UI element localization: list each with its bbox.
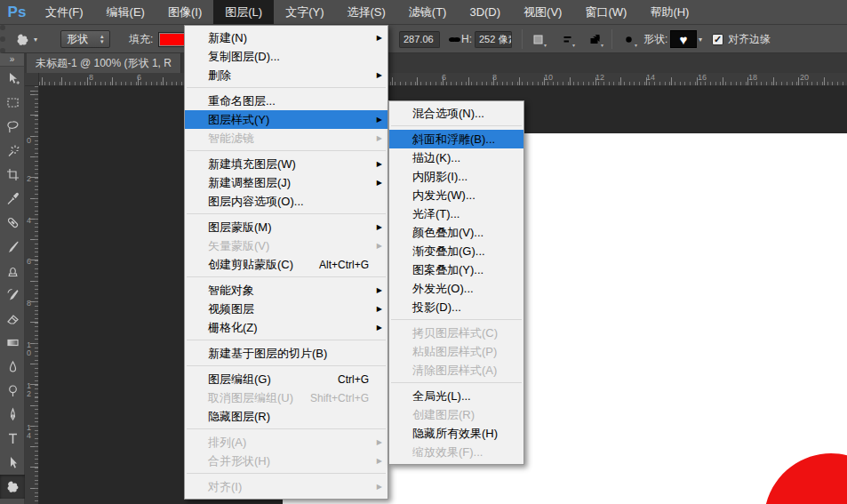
horizontal-ruler[interactable]: 8668101214161820 <box>39 73 847 86</box>
menu-item[interactable]: 栅格化(Z)▶ <box>185 318 388 337</box>
menu-item[interactable]: 智能对象▶ <box>185 281 388 300</box>
menu-item[interactable]: 重命名图层... <box>185 92 388 110</box>
menu-item[interactable]: 光泽(T)... <box>389 204 523 223</box>
menu-item[interactable]: 隐藏图层(R) <box>185 407 388 426</box>
menu-item[interactable]: 投影(D)... <box>389 298 523 316</box>
heart-shape[interactable] <box>763 450 847 504</box>
menu-item[interactable]: 图层编组(G)Ctrl+G <box>185 370 388 388</box>
menu-item[interactable]: 拷贝图层样式(C) <box>389 324 523 342</box>
vertical-ruler[interactable]: 02468101214 <box>25 86 39 504</box>
custom-shape-tool-icon <box>5 479 20 494</box>
menu-item[interactable]: 视频图层▶ <box>185 300 388 318</box>
brush-tool[interactable] <box>0 235 25 259</box>
crop-tool[interactable] <box>0 163 25 187</box>
ruler-origin-corner[interactable] <box>25 73 39 86</box>
menu-item[interactable]: 新建(N)▶ <box>185 28 388 47</box>
menu-item[interactable]: 新建基于图层的切片(B) <box>185 344 388 363</box>
ruler-label: 14 <box>27 424 33 439</box>
menu-item[interactable]: 内阴影(I)... <box>389 167 523 186</box>
width-input[interactable]: 287.06 <box>399 31 440 48</box>
submenu-arrow-icon: ▶ <box>371 286 382 294</box>
custom-shape-tool-preset-icon[interactable] <box>12 29 32 49</box>
height-label: H: <box>461 33 472 45</box>
menu-item[interactable]: 创建图层(R) <box>389 405 523 424</box>
menu-item[interactable]: 图层样式(Y)▶ <box>185 110 388 129</box>
menubar-item[interactable]: 文字(Y) <box>274 0 335 24</box>
lasso-tool-icon <box>5 119 20 134</box>
submenu-arrow-icon: ▶ <box>371 134 382 142</box>
collapse-panel-button[interactable]: » <box>0 53 24 67</box>
menubar-item[interactable]: 选择(S) <box>335 0 396 24</box>
tool-preset-dropdown-arrow[interactable]: ▾ <box>34 36 37 44</box>
custom-shape-tool[interactable] <box>0 475 25 499</box>
menu-item[interactable]: 缩放效果(F)... <box>389 443 523 461</box>
menu-item[interactable]: 排列(A)▶ <box>185 433 388 452</box>
shape-mode-select[interactable]: 形状 ▴▾ <box>60 30 110 48</box>
menubar-item[interactable]: 滤镜(T) <box>397 0 459 24</box>
history-brush-tool[interactable] <box>0 283 25 307</box>
align-edges-checkbox[interactable]: ✓ <box>712 34 723 45</box>
menu-item[interactable]: 创建剪贴蒙版(C)Alt+Ctrl+G <box>185 255 388 274</box>
menu-item[interactable]: 新建填充图层(W)▶ <box>185 155 388 173</box>
eyedropper-tool[interactable] <box>0 187 25 211</box>
clone-stamp-tool[interactable] <box>0 259 25 283</box>
shape-picker-dropdown-arrow[interactable]: ▾ <box>699 36 702 44</box>
menu-item[interactable]: 混合选项(N)... <box>389 104 523 123</box>
lasso-tool[interactable] <box>0 115 25 139</box>
shape-picker-label: 形状: <box>643 32 667 47</box>
gradient-tool[interactable] <box>0 331 25 355</box>
menu-item[interactable]: 合并形状(H)▶ <box>185 452 388 470</box>
move-tool[interactable] <box>0 67 25 91</box>
menubar-item[interactable]: 图层(L) <box>213 0 274 24</box>
menubar-item[interactable]: 文件(F) <box>34 0 95 24</box>
ruler-label: 6 <box>27 258 33 266</box>
blur-tool[interactable] <box>0 355 25 379</box>
menu-item[interactable]: 外发光(O)... <box>389 279 523 298</box>
menu-item[interactable]: 斜面和浮雕(B)... <box>389 130 523 148</box>
menubar-item[interactable]: 视图(V) <box>512 0 573 24</box>
menu-item[interactable]: 描边(K)... <box>389 148 523 167</box>
path-alignment-button[interactable]: ▾ <box>556 29 576 49</box>
document-tab[interactable]: 未标题-1 @ 100% (形状 1, R <box>27 53 181 73</box>
pen-tool[interactable] <box>0 403 25 427</box>
menu-separator <box>187 213 386 214</box>
menu-item[interactable]: 隐藏所有效果(H) <box>389 424 523 443</box>
menu-item[interactable]: 图案叠加(Y)... <box>389 260 523 279</box>
menu-item[interactable]: 全局光(L)... <box>389 387 523 405</box>
combo-arrows-icon: ▴▾ <box>100 34 104 44</box>
menu-item[interactable]: 粘贴图层样式(P) <box>389 342 523 361</box>
menu-item[interactable]: 矢量蒙版(V)▶ <box>185 236 388 255</box>
menu-item[interactable]: 图层内容选项(O)... <box>185 192 388 211</box>
link-icon <box>447 32 462 47</box>
type-tool[interactable] <box>0 427 25 451</box>
geometry-options-button[interactable]: ▾ <box>619 29 638 49</box>
path-operations-button[interactable]: ▾ <box>528 29 547 49</box>
menu-item[interactable]: 复制图层(D)... <box>185 47 388 66</box>
menu-item[interactable]: 对齐(I)▶ <box>185 477 388 496</box>
menu-item[interactable]: 删除▶ <box>185 66 388 84</box>
menu-item[interactable]: 清除图层样式(A) <box>389 361 523 380</box>
menu-item[interactable]: 新建调整图层(J)▶ <box>185 173 388 192</box>
dodge-tool[interactable] <box>0 379 25 403</box>
menubar-item[interactable]: 帮助(H) <box>638 0 700 24</box>
marquee-tool[interactable] <box>0 91 25 115</box>
menu-item[interactable]: 颜色叠加(V)... <box>389 223 523 242</box>
submenu-arrow-icon: ▶ <box>371 116 382 124</box>
height-input[interactable]: 252 像素 <box>475 31 512 48</box>
menubar-item[interactable]: 编辑(E) <box>95 0 156 24</box>
shape-preview[interactable]: ♥ <box>670 30 697 48</box>
menu-item[interactable]: 内发光(W)... <box>389 186 523 204</box>
menu-item[interactable]: 取消图层编组(U)Shift+Ctrl+G <box>185 388 388 407</box>
menubar-item[interactable]: 3D(D) <box>458 0 512 24</box>
menu-item[interactable]: 智能滤镜▶ <box>185 129 388 148</box>
menubar-item[interactable]: 图像(I) <box>156 0 213 24</box>
menu-item[interactable]: 图层蒙版(M)▶ <box>185 218 388 236</box>
eraser-tool[interactable] <box>0 307 25 331</box>
menubar: Ps 文件(F)编辑(E)图像(I)图层(L)文字(Y)选择(S)滤镜(T)3D… <box>0 0 847 25</box>
healing-brush-tool[interactable] <box>0 211 25 235</box>
path-arrangement-button[interactable]: ▾ <box>585 29 604 49</box>
magic-wand-tool[interactable] <box>0 139 25 163</box>
menubar-item[interactable]: 窗口(W) <box>573 0 638 24</box>
menu-item[interactable]: 渐变叠加(G)... <box>389 242 523 260</box>
path-selection-tool[interactable] <box>0 451 25 475</box>
